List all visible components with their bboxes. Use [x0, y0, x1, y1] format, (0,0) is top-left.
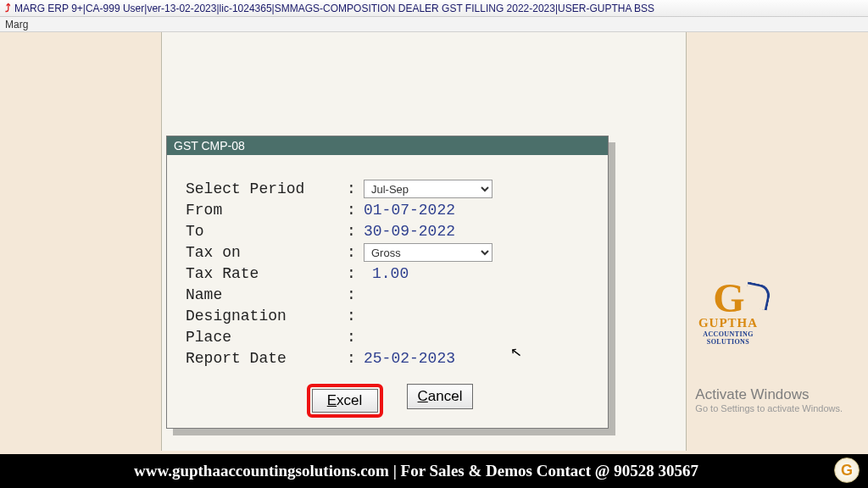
- gst-cmp08-dialog: GST CMP-08 Select Period : Jul-Sep From …: [166, 136, 609, 429]
- activate-line1: Activate Windows: [695, 386, 843, 403]
- guptha-logo: G GUPTHA ACCOUNTING SOLUTIONS: [692, 282, 765, 346]
- app-icon: ⤴: [5, 2, 11, 14]
- workspace: GST CMP-08 Select Period : Jul-Sep From …: [0, 32, 868, 454]
- tax-on-dropdown[interactable]: Gross: [364, 243, 492, 262]
- label-place: Place: [186, 329, 347, 346]
- value-to[interactable]: 30-09-2022: [364, 223, 455, 240]
- menu-item-marg[interactable]: Marg: [5, 19, 28, 30]
- activate-line2: Go to Settings to activate Windows.: [695, 403, 843, 413]
- label-name: Name: [186, 286, 347, 303]
- dialog-title: GST CMP-08: [167, 136, 608, 155]
- activate-windows-watermark: Activate Windows Go to Settings to activ…: [695, 386, 843, 413]
- footer-text: www.gupthaaccountingsolutions.com | For …: [134, 462, 698, 480]
- label-to: To: [186, 223, 347, 240]
- excel-button[interactable]: Excel: [312, 389, 378, 413]
- window-title: MARG ERP 9+|CA-999 User|ver-13-02-2023|l…: [14, 3, 654, 14]
- label-tax-on: Tax on: [186, 244, 347, 261]
- label-tax-rate: Tax Rate: [186, 265, 347, 282]
- dialog-body: Select Period : Jul-Sep From : 01-07-202…: [167, 155, 608, 426]
- excel-highlight: Excel: [307, 384, 383, 418]
- window-titlebar: ⤴ MARG ERP 9+|CA-999 User|ver-13-02-2023…: [0, 0, 868, 17]
- value-report-date[interactable]: 25-02-2023: [364, 350, 455, 367]
- cancel-button[interactable]: Cancel: [407, 384, 474, 409]
- label-designation: Designation: [186, 308, 347, 324]
- label-select-period: Select Period: [186, 180, 347, 197]
- label-from: From: [186, 202, 347, 219]
- footer-logo-badge: G: [834, 458, 860, 483]
- value-from[interactable]: 01-07-2022: [364, 202, 455, 219]
- label-report-date: Report Date: [186, 350, 347, 367]
- mouse-cursor-icon: ↖: [509, 343, 523, 361]
- select-period-dropdown[interactable]: Jul-Sep: [364, 180, 492, 198]
- menubar: Marg: [0, 17, 868, 32]
- value-tax-rate[interactable]: 1.00: [364, 265, 409, 282]
- footer-banner: www.gupthaaccountingsolutions.com | For …: [0, 454, 868, 488]
- logo-subtitle: ACCOUNTING SOLUTIONS: [692, 330, 765, 346]
- logo-g-icon: G: [692, 282, 765, 314]
